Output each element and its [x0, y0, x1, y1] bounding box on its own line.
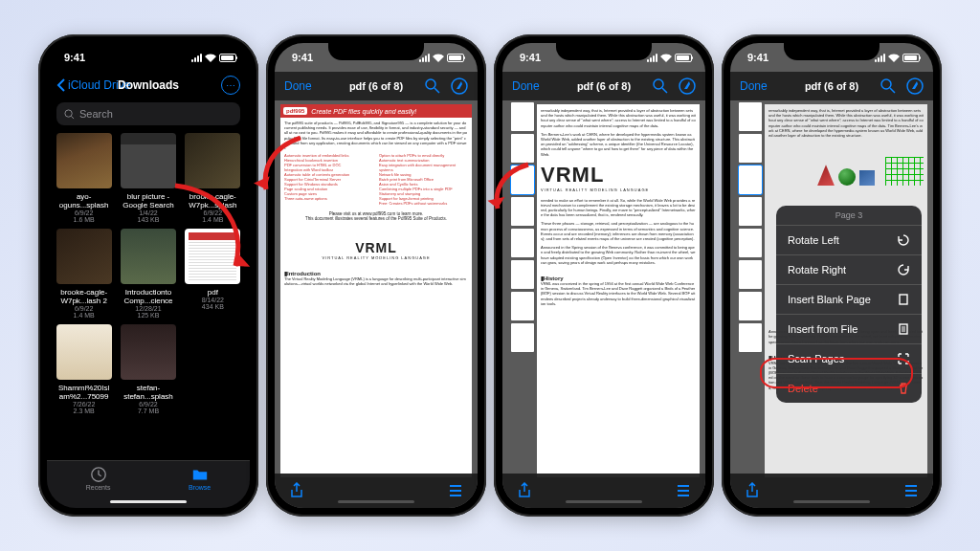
tab-browse[interactable]: Browse	[189, 466, 211, 491]
file-item[interactable]: brooke-cagle-W7pk...splash 6/9/22 1.4 MB	[182, 133, 244, 223]
home-indicator[interactable]	[793, 500, 870, 503]
page-thumbnail[interactable]	[739, 323, 762, 352]
vrml-3d-shapes	[807, 157, 924, 186]
thumbnails-button[interactable]	[447, 482, 464, 499]
file-thumbnail	[121, 133, 176, 188]
trash-icon	[897, 382, 910, 395]
file-item[interactable]: brooke-cagle-W7pk...lash 2 6/9/22 1.4 MB	[53, 229, 115, 319]
file-grid: ayo-oguns...splash 6/9/22 1.6 MB blur pi…	[47, 133, 250, 414]
pdf-title: pdf (6 of 8)	[577, 80, 631, 92]
page-thumbnail[interactable]	[511, 197, 534, 226]
page-thumbnail-sidebar	[739, 102, 764, 352]
pdf-title: pdf (6 of 8)	[805, 80, 858, 92]
wifi-icon	[660, 54, 672, 62]
file-item[interactable]: Introductionto Comp...cience 12/28/21 12…	[117, 229, 179, 319]
file-item-pdf[interactable]: pdf 8/14/22 434 KB	[182, 229, 244, 319]
wifi-icon	[888, 54, 900, 62]
battery-icon	[902, 54, 920, 62]
page-thumbnail[interactable]	[739, 102, 762, 131]
status-time: 9:41	[747, 52, 768, 63]
battery-icon	[675, 54, 692, 62]
status-time: 9:41	[520, 52, 541, 63]
done-button[interactable]: Done	[740, 79, 768, 93]
pdf-nav-bar: Done pdf (6 of 8)	[730, 72, 933, 100]
vrml-logo: VRML	[541, 163, 696, 187]
share-button[interactable]	[288, 482, 305, 499]
done-button[interactable]: Done	[284, 79, 312, 93]
file-item[interactable]: ayo-oguns...splash 6/9/22 1.6 MB	[53, 133, 115, 223]
page-thumbnail[interactable]	[739, 260, 762, 289]
page-title: Downloads	[118, 78, 179, 92]
file-thumbnail	[185, 133, 240, 188]
page-thumbnail[interactable]	[739, 292, 762, 320]
thumbnails-button[interactable]	[675, 482, 692, 499]
menu-delete[interactable]: Delete	[776, 374, 922, 403]
file-item[interactable]: stefan-stefan...splash 6/9/22 7.7 MB	[117, 324, 179, 414]
file-item[interactable]: blur picture - Google Search 1/4/22 143 …	[117, 133, 179, 223]
status-time: 9:41	[64, 52, 85, 63]
search-input[interactable]: Search	[56, 102, 240, 125]
file-thumbnail	[56, 133, 112, 188]
markup-button[interactable]	[451, 77, 468, 95]
wifi-icon	[205, 54, 216, 62]
menu-insert-file[interactable]: Insert from File	[776, 315, 922, 344]
menu-rotate-right[interactable]: Rotate Right	[776, 255, 922, 285]
battery-icon	[219, 54, 236, 62]
page-thumbnail[interactable]	[511, 292, 534, 320]
search-button[interactable]	[652, 77, 669, 95]
page-thumbnail[interactable]	[511, 229, 534, 257]
file-item[interactable]: Shammi%20Isl am%2...75099 7/26/22 2.3 MB	[53, 324, 115, 414]
pdf995-banner: pdf995 Create PDF files quickly and easi…	[280, 104, 472, 118]
home-indicator[interactable]	[110, 500, 187, 503]
menu-insert-blank[interactable]: Insert Blank Page	[776, 285, 922, 315]
status-time: 9:41	[292, 52, 313, 63]
file-thumbnail	[185, 229, 240, 284]
clock-icon	[90, 466, 107, 483]
svg-point-0	[65, 109, 72, 116]
file-thumbnail	[56, 324, 112, 380]
tab-recents[interactable]: Recents	[86, 466, 111, 491]
page-thumbnail[interactable]	[511, 102, 534, 131]
scan-icon	[897, 352, 910, 365]
page-context-menu: Page 3 Rotate Left Rotate Right Insert B…	[776, 206, 922, 403]
files-nav-bar: iCloud Drive Downloads ⋯	[47, 72, 250, 99]
share-button[interactable]	[744, 482, 761, 499]
page-thumbnail[interactable]	[739, 134, 762, 163]
file-thumbnail	[56, 229, 112, 284]
thumbnails-button[interactable]	[902, 482, 920, 499]
markup-button[interactable]	[679, 77, 696, 95]
rotate-right-icon	[897, 263, 910, 276]
page-thumbnail[interactable]	[739, 229, 762, 257]
menu-rotate-left[interactable]: Rotate Left	[776, 226, 922, 255]
blank-page-icon	[897, 293, 910, 306]
pdf-page-content[interactable]: pdf995 Create PDF files quickly and easi…	[280, 104, 472, 477]
page-thumbnail[interactable]	[739, 197, 762, 226]
pdf-viewer-context-menu: 9:41 Done pdf (6 of 8)	[730, 43, 933, 508]
home-indicator[interactable]	[338, 500, 414, 503]
search-button[interactable]	[880, 77, 897, 95]
more-options-button[interactable]: ⋯	[221, 76, 240, 95]
page-thumbnail[interactable]	[511, 134, 534, 163]
pdf-nav-bar: Done pdf (6 of 8)	[502, 72, 705, 100]
home-indicator[interactable]	[566, 500, 642, 503]
history-heading: ▮History	[541, 275, 696, 281]
menu-scan-pages[interactable]: Scan Pages	[776, 344, 922, 374]
context-menu-title: Page 3	[776, 206, 922, 226]
page-thumbnail[interactable]	[511, 260, 534, 289]
svg-point-2	[426, 79, 435, 89]
svg-rect-8	[900, 295, 907, 304]
share-button[interactable]	[516, 482, 533, 499]
page-thumbnail-active[interactable]	[511, 165, 534, 194]
vrml-logo: VRML	[355, 240, 397, 255]
markup-button[interactable]	[906, 77, 924, 95]
svg-point-6	[881, 79, 891, 89]
search-button[interactable]	[424, 77, 441, 95]
pdf-viewer-full: 9:41 Done pdf (6 of 8) pdf995 Create PDF…	[275, 43, 478, 508]
page-thumbnail-active[interactable]	[739, 165, 762, 194]
svg-point-4	[654, 79, 663, 89]
file-thumbnail	[121, 229, 176, 284]
page-thumbnail[interactable]	[511, 323, 534, 352]
file-thumbnail	[121, 324, 176, 380]
pdf-page-content[interactable]: remarkably independent way, that is, Int…	[537, 104, 700, 477]
done-button[interactable]: Done	[512, 79, 540, 93]
